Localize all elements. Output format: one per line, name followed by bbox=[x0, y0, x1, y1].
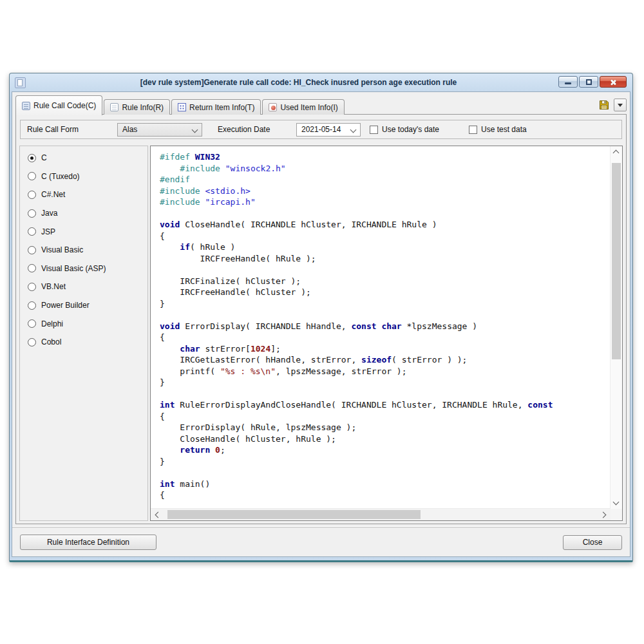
app-icon bbox=[15, 77, 26, 88]
client-area: Rule Call Code(C)Rule Info(R)Return Item… bbox=[12, 91, 630, 557]
execution-date-label: Execution Date bbox=[218, 125, 296, 134]
footer-bar: Rule Interface Definition Close bbox=[12, 527, 630, 556]
red-dot-page-icon bbox=[269, 103, 277, 111]
language-list: CC (Tuxedo)C#.NetJavaJSPVisual BasicVisu… bbox=[19, 146, 148, 521]
scrollbar-corner bbox=[611, 509, 622, 520]
code-line bbox=[160, 388, 611, 400]
radio-label: Cobol bbox=[41, 337, 61, 346]
radio-button[interactable] bbox=[28, 338, 36, 346]
rule-call-form-label: Rule Call Form bbox=[27, 125, 117, 134]
radio-button[interactable] bbox=[28, 191, 36, 199]
use-test-data-option[interactable]: Use test data bbox=[469, 125, 527, 134]
horizontal-scrollbar[interactable] bbox=[151, 508, 611, 520]
tab-label: Used Item Info(I) bbox=[280, 103, 337, 112]
code-line: #include <stdio.h> bbox=[160, 185, 611, 197]
tab-actions bbox=[597, 99, 627, 115]
language-option-c[interactable]: C bbox=[20, 149, 147, 167]
code-line: void ErrorDisplay( IRCHANDLE hHandle, co… bbox=[160, 321, 611, 332]
save-button[interactable] bbox=[597, 99, 611, 111]
close-window-button[interactable] bbox=[600, 76, 627, 88]
code-line bbox=[160, 208, 611, 220]
radio-label: JSP bbox=[41, 227, 55, 236]
language-option-c-net[interactable]: C#.Net bbox=[20, 185, 147, 204]
use-todays-date-option[interactable]: Use today's date bbox=[370, 125, 439, 134]
code-line: char strError[1024]; bbox=[160, 343, 611, 355]
language-option-c-tuxedo[interactable]: C (Tuxedo) bbox=[20, 167, 147, 186]
code-line: IRCFreeHandle( hCluster ); bbox=[160, 287, 611, 298]
scroll-left-arrow-icon[interactable] bbox=[155, 512, 162, 518]
code-line: } bbox=[160, 298, 611, 310]
code-line: #endif bbox=[160, 174, 611, 185]
radio-label: Visual Basic bbox=[41, 245, 83, 254]
rule-call-form-select[interactable]: Alas bbox=[117, 123, 202, 137]
radio-button[interactable] bbox=[28, 301, 36, 310]
page-icon bbox=[110, 103, 118, 111]
vertical-scrollbar[interactable] bbox=[610, 146, 622, 509]
code-line: IRCGetLastError( hHandle, strError, size… bbox=[160, 354, 611, 366]
grid-icon bbox=[178, 103, 186, 111]
scroll-down-arrow-icon[interactable] bbox=[613, 499, 620, 506]
radio-button[interactable] bbox=[28, 154, 36, 162]
radio-button[interactable] bbox=[28, 172, 36, 180]
radio-label: C (Tuxedo) bbox=[41, 172, 80, 181]
tab-rule-call-code-c[interactable]: Rule Call Code(C) bbox=[15, 95, 102, 115]
window-controls bbox=[558, 76, 627, 88]
code-line: } bbox=[160, 456, 611, 468]
code-line: int RuleErrorDisplayAndCloseHandle( IRCH… bbox=[160, 399, 611, 411]
language-option-power-builder[interactable]: Power Builder bbox=[20, 296, 147, 315]
language-option-vb-net[interactable]: VB.Net bbox=[20, 278, 147, 296]
use-todays-date-checkbox[interactable] bbox=[370, 126, 378, 134]
tab-page-rule-call-code: Rule Call Form Alas Execution Date 2021-… bbox=[15, 114, 627, 524]
radio-button[interactable] bbox=[28, 209, 36, 218]
code-line bbox=[160, 309, 611, 321]
language-option-delphi[interactable]: Delphi bbox=[20, 314, 147, 333]
code-line: { bbox=[160, 231, 611, 242]
execution-date-picker[interactable]: 2021-05-14 bbox=[296, 123, 361, 137]
code-line bbox=[160, 264, 611, 276]
radio-button[interactable] bbox=[28, 283, 36, 291]
use-test-data-label: Use test data bbox=[481, 125, 527, 134]
code-line: CloseHandle( hCluster, hRule ); bbox=[160, 433, 611, 445]
use-test-data-checkbox[interactable] bbox=[469, 126, 477, 134]
radio-button[interactable] bbox=[28, 246, 36, 254]
chevron-down-icon bbox=[350, 126, 357, 133]
toolbar: Rule Call Form Alas Execution Date 2021-… bbox=[20, 120, 622, 139]
tab-rule-info-r[interactable]: Rule Info(R) bbox=[104, 99, 170, 115]
radio-button[interactable] bbox=[28, 319, 36, 328]
vertical-scrollbar-thumb[interactable] bbox=[612, 163, 621, 359]
tab-label: Rule Call Code(C) bbox=[33, 101, 96, 110]
code-line: { bbox=[160, 411, 611, 422]
title-bar[interactable]: [dev rule system]Generate rule call code… bbox=[10, 73, 632, 91]
rule-interface-definition-button[interactable]: Rule Interface Definition bbox=[20, 535, 156, 550]
tab-strip: Rule Call Code(C)Rule Info(R)Return Item… bbox=[15, 95, 627, 115]
close-button[interactable]: Close bbox=[563, 535, 622, 550]
language-option-java[interactable]: Java bbox=[20, 204, 147, 223]
radio-label: Java bbox=[41, 209, 57, 218]
radio-button[interactable] bbox=[28, 227, 36, 236]
tab-label: Rule Info(R) bbox=[122, 103, 164, 112]
execution-date-value: 2021-05-14 bbox=[301, 125, 341, 134]
code-editor[interactable]: #ifdef WIN32 #include "winsock2.h"#endif… bbox=[150, 146, 623, 521]
code-line: #include "ircapi.h" bbox=[160, 196, 611, 208]
language-option-visual-basic-asp[interactable]: Visual Basic (ASP) bbox=[20, 260, 147, 278]
code-line: #include "winsock2.h" bbox=[160, 163, 611, 175]
language-option-visual-basic[interactable]: Visual Basic bbox=[20, 241, 147, 260]
language-option-jsp[interactable]: JSP bbox=[20, 222, 147, 241]
radio-button[interactable] bbox=[28, 264, 36, 272]
maximize-button[interactable] bbox=[579, 76, 598, 88]
tab-return-item-info-t[interactable]: Return Item Info(T) bbox=[171, 99, 261, 115]
code-line: #ifdef WIN32 bbox=[160, 151, 611, 163]
code-line bbox=[160, 467, 611, 478]
window-title: [dev rule system]Generate rule call code… bbox=[48, 78, 549, 87]
scroll-up-arrow-icon[interactable] bbox=[613, 150, 620, 156]
language-option-cobol[interactable]: Cobol bbox=[20, 333, 147, 352]
save-menu-dropdown-button[interactable] bbox=[614, 99, 627, 111]
scroll-right-arrow-icon[interactable] bbox=[600, 512, 607, 518]
radio-label: C#.Net bbox=[41, 190, 65, 199]
horizontal-scrollbar-thumb[interactable] bbox=[167, 510, 421, 519]
tab-used-item-info-i[interactable]: Used Item Info(I) bbox=[262, 99, 344, 115]
code-line: printf( "%s : %s\n", lpszMessage, strErr… bbox=[160, 366, 611, 377]
minimize-button[interactable] bbox=[558, 76, 578, 88]
radio-label: VB.Net bbox=[41, 282, 66, 291]
save-menu-dropdown-icon bbox=[618, 104, 623, 107]
